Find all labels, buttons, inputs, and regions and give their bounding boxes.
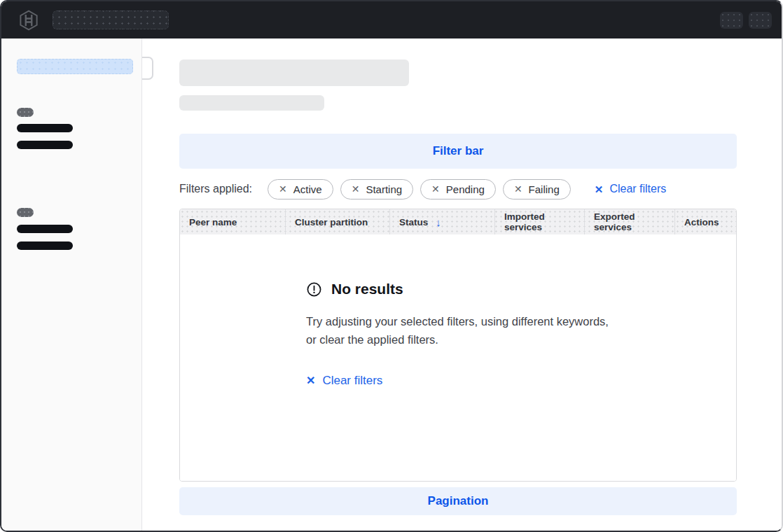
column-header-status[interactable]: Status ↓ <box>389 209 494 234</box>
page-subtitle-placeholder <box>179 95 324 111</box>
sidebar-nav-item[interactable] <box>17 124 73 132</box>
top-navbar <box>1 1 782 38</box>
app-window: Filter bar Filters applied: ✕ Active ✕ S… <box>0 0 783 532</box>
column-header-peer-name[interactable]: Peer name <box>180 209 285 234</box>
sidebar-collapse-handle[interactable] <box>142 57 153 80</box>
x-icon[interactable]: ✕ <box>279 184 287 194</box>
navbar-user-placeholder[interactable] <box>749 12 772 29</box>
filter-pill-label: Starting <box>366 183 402 195</box>
column-header-cluster-partition[interactable]: Cluster partition <box>285 209 389 234</box>
x-icon[interactable]: ✕ <box>514 184 522 194</box>
filters-applied-label: Filters applied: <box>179 183 252 195</box>
sidebar-nav-item[interactable] <box>17 141 73 149</box>
hashicorp-logo-icon[interactable] <box>17 8 41 32</box>
x-icon[interactable]: ✕ <box>352 184 360 194</box>
filters-applied-row: Filters applied: ✕ Active ✕ Starting ✕ P… <box>179 178 737 200</box>
page-title-placeholder <box>179 59 409 86</box>
clear-filters-label: Clear filters <box>609 183 666 195</box>
alert-circle-icon <box>306 281 322 298</box>
empty-state-title-row: No results <box>306 281 736 298</box>
filter-pill-label: Active <box>293 183 322 195</box>
sidebar-section-label <box>17 208 34 217</box>
clear-filters-link[interactable]: ✕ Clear filters <box>595 183 666 195</box>
table-header-row: Peer name Cluster partition Status ↓ Imp… <box>180 209 736 234</box>
empty-state-clear-filters-link[interactable]: ✕ Clear filters <box>306 374 382 388</box>
navbar-actions <box>720 12 772 29</box>
empty-state-clear-filters-label: Clear filters <box>322 374 382 388</box>
filter-pill-starting[interactable]: ✕ Starting <box>340 179 413 200</box>
sidebar-section-label <box>17 108 34 117</box>
filter-bar-banner: Filter bar <box>179 134 737 169</box>
column-header-exported-services[interactable]: Exported services <box>584 209 674 234</box>
column-header-actions[interactable]: Actions <box>674 209 736 234</box>
filter-pill-failing[interactable]: ✕ Failing <box>503 179 571 200</box>
x-icon: ✕ <box>595 184 604 195</box>
navbar-search-placeholder[interactable] <box>53 10 169 29</box>
empty-state-description: Try adjusting your selected filters, usi… <box>306 313 609 349</box>
filter-pill-label: Failing <box>529 183 560 195</box>
sidebar-nav-item[interactable] <box>17 225 73 233</box>
empty-state-title: No results <box>331 281 403 298</box>
x-icon[interactable]: ✕ <box>431 184 440 194</box>
filter-pill-pending[interactable]: ✕ Pending <box>420 179 496 200</box>
peers-table: Peer name Cluster partition Status ↓ Imp… <box>179 209 737 482</box>
sidebar-nav-item[interactable] <box>17 241 73 250</box>
app-body: Filter bar Filters applied: ✕ Active ✕ S… <box>1 38 782 532</box>
main-content: Filter bar Filters applied: ✕ Active ✕ S… <box>142 38 782 532</box>
column-header-imported-services[interactable]: Imported services <box>494 209 584 234</box>
sidebar-item-selected[interactable] <box>17 59 133 74</box>
table-empty-body: No results Try adjusting your selected f… <box>180 234 736 481</box>
filter-pill-active[interactable]: ✕ Active <box>268 179 333 200</box>
filter-pill-label: Pending <box>446 183 485 195</box>
x-icon: ✕ <box>306 375 315 386</box>
sidebar <box>1 38 142 532</box>
navbar-help-placeholder[interactable] <box>720 12 743 29</box>
sort-descending-icon: ↓ <box>436 216 441 228</box>
pagination-banner: Pagination <box>179 487 737 515</box>
